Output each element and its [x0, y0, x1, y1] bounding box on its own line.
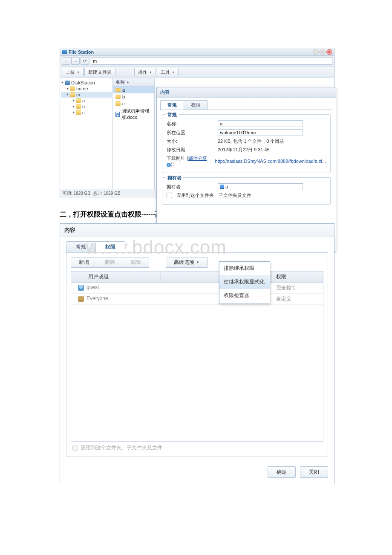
add-button[interactable]: 新增 — [71, 257, 97, 268]
mail-share-link[interactable]: 邮件分享 — [188, 156, 207, 161]
permissions-table: 用户或组 类型 权限 guest 拒绝 完全控制 Everyone 允许 自定义 — [71, 271, 323, 442]
tools-button[interactable]: 工具▼ — [157, 68, 179, 76]
nav-toolbar: ← → ⟳ — [60, 56, 334, 66]
advanced-menu: 排除继承权限 使继承权限显式化 权限检查器 — [219, 261, 270, 304]
tree-home[interactable]: home — [61, 86, 112, 92]
location-input[interactable] — [218, 129, 303, 136]
list-row[interactable]: c — [113, 100, 154, 107]
name-input[interactable] — [218, 120, 303, 127]
action-toolbar: 上传▼ 新建文件夹 操作▼ 工具▼ — [60, 66, 334, 78]
owner-value[interactable]: a — [218, 183, 303, 190]
table-row[interactable]: Everyone 允许 自定义 — [71, 294, 323, 305]
titlebar: File Station – □ × — [60, 48, 334, 56]
permissions-body: 新增 删除 编辑 高级选项▼ 用户或组 类型 权限 guest 拒绝 完全控制 … — [66, 252, 328, 457]
modified-value: 2012年11月22日 9:31:45 — [218, 147, 326, 153]
permissions-actionbar: 新增 删除 编辑 高级选项▼ — [71, 257, 323, 268]
list-header-name[interactable]: 名称▲ — [113, 78, 154, 87]
folder-tree: DiskStation home m a b c — [60, 78, 113, 189]
fieldset-owner: 拥有者 拥有者: a 应用到这个文件夹、子文件夹及文件 — [162, 177, 331, 205]
folder-icon — [115, 88, 121, 92]
size-value: 22 KB, 包含 1 个文件，0 个目录 — [218, 138, 326, 145]
properties-tabs: 常规 权限 — [157, 98, 336, 110]
apply-recursive-checkbox[interactable] — [167, 193, 172, 198]
table-header: 用户或组 类型 权限 — [71, 272, 323, 283]
permissions-title: 内容 — [60, 224, 334, 237]
list-row[interactable]: a — [113, 87, 154, 93]
menu-make-explicit[interactable]: 使继承权限显式化 — [219, 275, 270, 289]
sort-asc-icon: ▲ — [126, 80, 130, 84]
action-button[interactable]: 操作▼ — [134, 68, 156, 76]
refresh-button[interactable]: ⟳ — [81, 57, 89, 65]
tab-general[interactable]: 常规 — [160, 100, 184, 110]
col-perm[interactable]: 权限 — [272, 272, 323, 282]
owner-label: 拥有者: — [167, 184, 213, 190]
folder-icon — [115, 95, 121, 99]
file-list: 名称▲ a b c W测试机申请模版.docx — [113, 78, 155, 189]
download-url[interactable]: http://naslass.DSmyNAS.com:8888/fbdownlo… — [215, 159, 326, 164]
word-icon: W — [115, 112, 120, 117]
close-button[interactable]: 关闭 — [300, 466, 328, 478]
ok-button[interactable]: 确定 — [268, 466, 296, 478]
tree-m[interactable]: m — [61, 92, 112, 98]
col-user[interactable]: 用户或组 — [71, 272, 161, 282]
apply-recursive-label: 应用到这个文件夹、子文件夹及文件 — [176, 192, 251, 199]
properties-title: 内容 — [157, 87, 336, 98]
location-label: 所在位置: — [167, 130, 213, 136]
folder-icon — [76, 110, 81, 115]
folder-icon — [115, 101, 121, 106]
tree-b[interactable]: b — [61, 104, 112, 110]
back-button[interactable]: ← — [62, 57, 70, 65]
tree-root[interactable]: DiskStation — [61, 80, 112, 86]
tab-permissions[interactable]: 权限 — [184, 100, 208, 110]
tree-c[interactable]: c — [61, 110, 112, 116]
apply-recursive-label: 应用到这个文件夹、子文件夹及文件 — [81, 444, 162, 451]
permissions-window: www.bdocx.com 内容 常规 权限 新增 删除 编辑 高级选项▼ 用户… — [60, 223, 334, 484]
download-label: 下载网址 (邮件分享 i): — [167, 155, 211, 167]
folder-icon — [76, 104, 81, 109]
user-icon — [78, 285, 84, 291]
properties-content: 常规 名称: 所在位置: 大小: 22 KB, 包含 1 个文件，0 个目录 — [160, 110, 332, 233]
apply-recursive-checkbox[interactable] — [72, 445, 78, 451]
forward-button[interactable]: → — [71, 57, 80, 65]
edit-button[interactable]: 编辑 — [123, 257, 149, 268]
path-input[interactable] — [91, 57, 332, 65]
fieldset-legend: 常规 — [166, 112, 179, 118]
apply-row: 应用到这个文件夹、子文件夹及文件 — [71, 442, 323, 452]
permissions-tabs: 常规 权限 — [60, 237, 334, 252]
table-row[interactable]: guest 拒绝 完全控制 — [71, 283, 323, 294]
tree-a[interactable]: a — [61, 98, 112, 104]
window-buttons: – □ × — [313, 49, 332, 55]
new-folder-button[interactable]: 新建文件夹 — [84, 68, 115, 76]
disk-usage: 可用: 1828 GB, 总计: 1829 GB — [63, 191, 121, 197]
folder-icon — [70, 87, 75, 91]
user-icon — [220, 185, 224, 189]
filestation-window: File Station – □ × ← → ⟳ 上传▼ 新建文件夹 操作▼ 工… — [60, 48, 334, 198]
delete-button[interactable]: 删除 — [97, 257, 123, 268]
folder-icon — [70, 92, 75, 97]
folder-icon — [76, 98, 81, 103]
disk-icon — [65, 81, 70, 85]
menu-permission-checker[interactable]: 权限检查器 — [219, 289, 270, 304]
tab-general[interactable]: 常规 — [66, 241, 96, 252]
app-icon — [62, 50, 67, 54]
modified-label: 修改日期: — [167, 147, 213, 153]
maximize-button[interactable]: □ — [320, 49, 326, 55]
window-title: File Station — [69, 49, 313, 55]
minimize-button[interactable]: – — [313, 49, 319, 55]
name-label: 名称: — [167, 121, 213, 127]
advanced-button[interactable]: 高级选项▼ — [166, 257, 208, 268]
info-icon: i — [167, 163, 171, 167]
list-row[interactable]: W测试机申请模版.docx — [113, 107, 154, 121]
list-row[interactable]: b — [113, 93, 154, 100]
permissions-footer: 确定 关闭 — [60, 462, 334, 484]
close-button[interactable]: × — [326, 49, 332, 55]
fieldset-general: 常规 名称: 所在位置: 大小: 22 KB, 包含 1 个文件，0 个目录 — [162, 114, 331, 173]
size-label: 大小: — [167, 138, 213, 145]
menu-exclude-inherit[interactable]: 排除继承权限 — [219, 262, 270, 275]
tab-permissions[interactable]: 权限 — [95, 241, 125, 252]
fieldset-legend: 拥有者 — [166, 175, 183, 181]
upload-button[interactable]: 上传▼ — [62, 68, 84, 76]
group-icon — [78, 296, 84, 302]
